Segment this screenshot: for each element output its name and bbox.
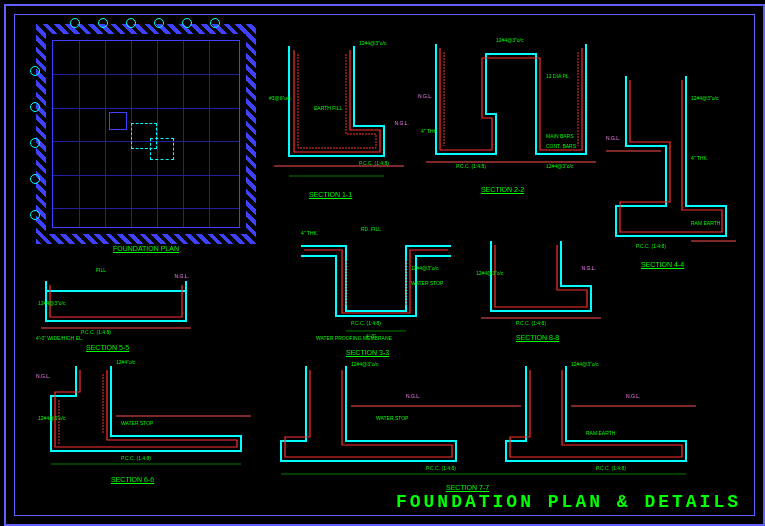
section-4-4: N.G.L. 12#4@3"o/c 4" THK. P.C.C. (1:4:8)… xyxy=(606,66,736,266)
foundation-plan: FOUNDATION PLAN xyxy=(36,24,256,244)
section-6-6: 12#4"o/c N.G.L. 12#4@3"o/c WATER STOP P.… xyxy=(41,356,251,486)
section-2-2: 12#4@3"o/c 12 DIA PL. N.G.L. 4" THK. MAI… xyxy=(426,34,596,209)
section-3-3: RD. FILL 4" THK. 12#4@3"o/c WATER STOP P… xyxy=(296,221,456,361)
section-7-7: 12#4@3"o/c 12#4@3"o/c N.G.L. N.G.L. WATE… xyxy=(276,356,696,496)
drawing-title: FOUNDATION PLAN & DETAILS xyxy=(396,492,741,512)
drawing-canvas: FOUNDATION PLAN 12#4@3"o/c #3@6"o/c N.G.… xyxy=(4,4,765,526)
section-1-1: 12#4@3"o/c #3@6"o/c N.G.L. P.C.C. (1:4:8… xyxy=(274,36,404,216)
section-8-8: N.G.L. 12#4@3"o/c P.C.C. (1:4:8) SECTION… xyxy=(481,226,601,346)
plan-title: FOUNDATION PLAN xyxy=(46,245,246,252)
section-5-5: FILL N.G.L. 12#4@3"o/c P.C.C. (1:4:8) 4'… xyxy=(41,266,191,351)
